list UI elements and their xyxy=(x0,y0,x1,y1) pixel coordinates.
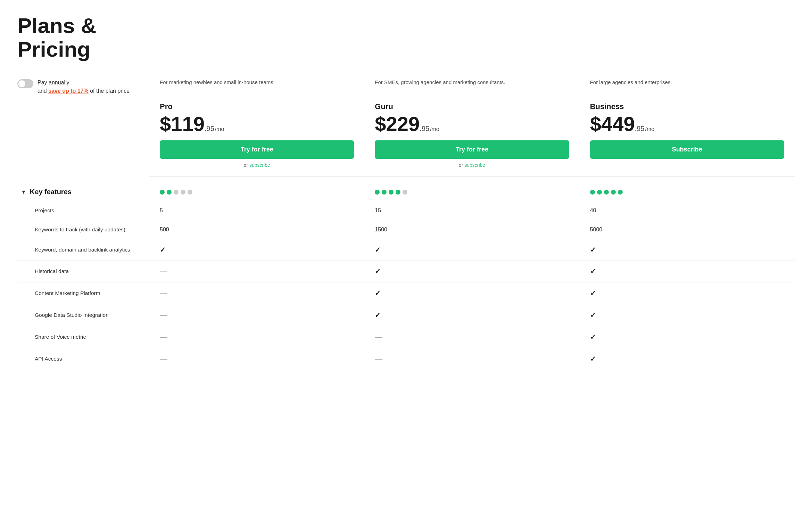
guru-subscribe-anchor[interactable]: subscribe xyxy=(464,162,485,168)
feature-name: Content Marketing Platform xyxy=(17,290,149,296)
business-price-main: $449 xyxy=(590,114,635,134)
business-feature-value: 40 xyxy=(580,207,795,214)
annual-toggle[interactable] xyxy=(17,79,33,88)
dash-icon: — xyxy=(160,354,167,363)
guru-dot-3 xyxy=(389,190,393,195)
guru-feature-value: ✓ xyxy=(364,246,579,254)
business-feature-value: ✓ xyxy=(580,267,795,275)
plan-header-business: For large agencies and enterprises. Busi… xyxy=(580,72,795,176)
pro-dot-5 xyxy=(188,190,192,195)
dash-icon: — xyxy=(160,311,167,319)
guru-dot-2 xyxy=(382,190,387,195)
business-price: $449 .95 /mo xyxy=(590,114,784,134)
dash-icon: — xyxy=(375,332,382,341)
business-price-period: /mo xyxy=(645,126,655,132)
business-feature-value: ✓ xyxy=(580,289,795,297)
plan-header-pro: For marketing newbies and small in-house… xyxy=(149,72,364,176)
business-feature-value: ✓ xyxy=(580,246,795,254)
pro-price-period: /mo xyxy=(215,126,224,132)
features-section: ▼ Key features Projects xyxy=(17,180,795,370)
key-features-title-cell: ▼ Key features xyxy=(17,188,149,196)
pro-dot-2 xyxy=(167,190,172,195)
pro-dots xyxy=(149,190,364,195)
check-icon: ✓ xyxy=(375,268,381,275)
pro-feature-value: 5 xyxy=(149,207,364,214)
business-cta-button[interactable]: Subscribe xyxy=(590,140,784,159)
feature-name: Share of Voice metric xyxy=(17,334,149,340)
guru-dot-4 xyxy=(396,190,400,195)
table-row: Keyword, domain and backlink analytics ✓… xyxy=(17,239,795,260)
guru-price-period: /mo xyxy=(430,126,439,132)
check-icon: ✓ xyxy=(375,246,381,254)
plan-header-guru: For SMEs, growing agencies and marketing… xyxy=(364,72,579,176)
guru-dot-5 xyxy=(403,190,407,195)
feature-name: Projects xyxy=(17,207,149,214)
business-dot-3 xyxy=(604,190,609,195)
guru-price-main: $229 xyxy=(375,114,420,134)
check-icon: ✓ xyxy=(590,289,596,297)
pro-dot-4 xyxy=(181,190,185,195)
pro-feature-value: — xyxy=(149,311,364,320)
pro-price: $119 .95 /mo xyxy=(160,114,354,134)
pro-subscribe-anchor[interactable]: subscribe xyxy=(249,162,270,168)
guru-dots xyxy=(364,190,579,195)
table-row: Historical data — ✓ ✓ xyxy=(17,260,795,282)
key-features-label: Key features xyxy=(30,188,72,196)
guru-price: $229 .95 /mo xyxy=(375,114,569,134)
pro-feature-value: — xyxy=(149,332,364,342)
business-feature-value: ✓ xyxy=(580,311,795,319)
dash-icon: — xyxy=(160,267,167,275)
pro-cta-button[interactable]: Try for free xyxy=(160,140,354,159)
guru-feature-value: ✓ xyxy=(364,267,579,275)
check-icon: ✓ xyxy=(375,311,381,319)
business-dot-4 xyxy=(611,190,616,195)
pro-name: Pro xyxy=(160,102,354,111)
guru-description: For SMEs, growing agencies and marketing… xyxy=(375,79,569,96)
guru-feature-value: 15 xyxy=(364,207,579,214)
dash-icon: — xyxy=(160,289,167,297)
pro-feature-value: — xyxy=(149,289,364,298)
pro-price-main: $119 xyxy=(160,114,205,134)
toggle-section: Pay annually and save up to 17% of the p… xyxy=(17,72,149,176)
save-highlight: save up to 17% xyxy=(48,88,89,94)
chevron-down-icon[interactable]: ▼ xyxy=(21,189,26,195)
check-icon: ✓ xyxy=(590,268,596,275)
guru-subscribe-link: or subscribe xyxy=(375,162,569,168)
table-row: Keywords to track (with daily updates) 5… xyxy=(17,220,795,239)
business-feature-value: ✓ xyxy=(580,355,795,363)
guru-feature-value: ✓ xyxy=(364,311,579,319)
toggle-label: Pay annually and save up to 17% of the p… xyxy=(38,79,130,95)
pro-feature-value: 500 xyxy=(149,227,364,233)
business-description: For large agencies and enterprises. xyxy=(590,79,784,96)
check-icon: ✓ xyxy=(590,355,596,363)
guru-dot-1 xyxy=(375,190,380,195)
table-row: API Access — — ✓ xyxy=(17,348,795,370)
check-icon: ✓ xyxy=(160,246,166,254)
pro-dot-1 xyxy=(160,190,165,195)
guru-feature-value: — xyxy=(364,332,579,342)
pro-dot-3 xyxy=(174,190,179,195)
pro-feature-value: — xyxy=(149,267,364,276)
pro-description: For marketing newbies and small in-house… xyxy=(160,79,354,96)
feature-name: API Access xyxy=(17,356,149,362)
page-title: Plans & Pricing xyxy=(17,14,163,61)
check-icon: ✓ xyxy=(375,289,381,297)
feature-name: Keyword, domain and backlink analytics xyxy=(17,247,149,253)
business-dot-5 xyxy=(618,190,623,195)
guru-feature-value: — xyxy=(364,354,579,363)
table-row: Google Data Studio Integration — ✓ ✓ xyxy=(17,304,795,326)
guru-price-cents: .95 xyxy=(420,125,429,133)
business-price-cents: .95 xyxy=(635,125,645,133)
key-features-header: ▼ Key features xyxy=(17,180,795,201)
dash-icon: — xyxy=(160,332,167,341)
pro-feature-value: — xyxy=(149,354,364,363)
guru-name: Guru xyxy=(375,102,569,111)
guru-cta-button[interactable]: Try for free xyxy=(375,140,569,159)
dash-icon: — xyxy=(375,354,382,363)
check-icon: ✓ xyxy=(590,311,596,319)
feature-name: Google Data Studio Integration xyxy=(17,312,149,318)
business-feature-value: 5000 xyxy=(580,227,795,233)
feature-name: Historical data xyxy=(17,268,149,274)
guru-feature-value: 1500 xyxy=(364,227,579,233)
guru-feature-value: ✓ xyxy=(364,289,579,297)
